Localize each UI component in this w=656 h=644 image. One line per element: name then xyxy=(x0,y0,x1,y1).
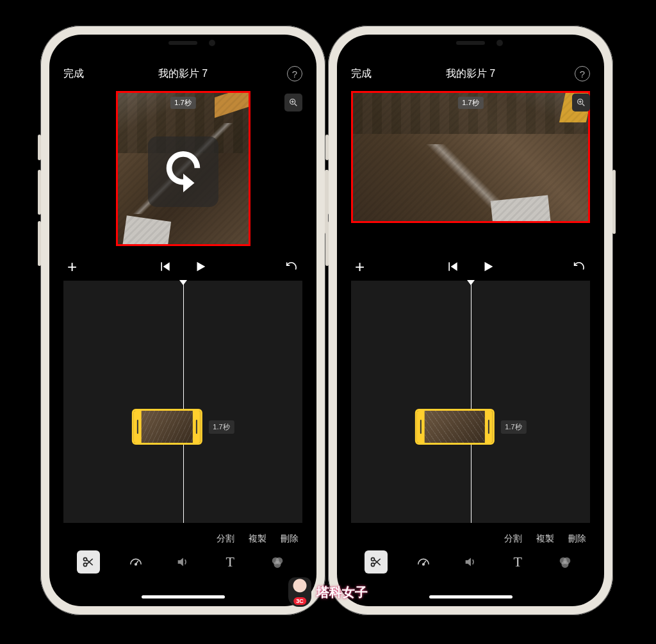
action-split[interactable]: 分割 xyxy=(504,533,522,545)
svg-line-1 xyxy=(295,104,297,106)
tool-text[interactable]: T xyxy=(218,550,242,574)
play-button[interactable] xyxy=(193,260,208,274)
clip-handle-left[interactable] xyxy=(133,411,141,443)
svg-point-6 xyxy=(83,563,86,566)
volume-icon xyxy=(463,555,477,569)
svg-point-19 xyxy=(371,557,374,561)
timeline[interactable]: 1.7秒 xyxy=(63,281,302,523)
preview-area: 1.7秒 xyxy=(63,91,302,249)
notch xyxy=(413,35,529,51)
svg-point-20 xyxy=(371,563,374,566)
help-button[interactable]: ? xyxy=(287,66,302,81)
tool-trim[interactable] xyxy=(365,550,388,574)
skip-back-button[interactable] xyxy=(447,260,459,273)
undo-button[interactable] xyxy=(284,260,299,274)
svg-line-15 xyxy=(582,104,584,106)
project-title: 我的影片 7 xyxy=(446,67,495,81)
tool-volume[interactable] xyxy=(459,550,482,574)
clip-row: 1.7秒 xyxy=(414,409,526,445)
tool-trim[interactable] xyxy=(77,550,100,574)
tool-speed[interactable] xyxy=(124,550,147,574)
action-split[interactable]: 分割 xyxy=(217,533,234,545)
mute-switch[interactable] xyxy=(325,135,329,160)
rotate-cw-icon xyxy=(161,149,206,194)
video-preview-image xyxy=(353,93,588,221)
home-indicator[interactable] xyxy=(142,595,225,599)
volume-down-button[interactable] xyxy=(38,221,41,266)
text-icon: T xyxy=(226,554,234,570)
clip-handle-left[interactable] xyxy=(416,411,424,443)
volume-icon xyxy=(176,555,190,569)
svg-line-8 xyxy=(86,559,92,564)
action-delete[interactable]: 刪除 xyxy=(568,533,586,545)
volume-up-button[interactable] xyxy=(325,170,329,215)
undo-button[interactable] xyxy=(572,260,586,274)
scissors-icon xyxy=(82,556,95,568)
tool-bar: T xyxy=(49,547,316,577)
screen: 完成 我的影片 7 ? 1.7秒 + xyxy=(49,35,316,606)
screen: 完成 我的影片 7 ? 1.7秒 + xyxy=(337,35,604,606)
tool-speed[interactable] xyxy=(412,550,435,574)
zoom-button[interactable] xyxy=(572,94,590,111)
skip-back-button[interactable] xyxy=(159,260,172,273)
zoom-button[interactable] xyxy=(284,94,302,111)
clip-thumbnail xyxy=(141,411,192,443)
speedometer-icon xyxy=(129,555,143,569)
home-indicator[interactable] xyxy=(429,595,512,599)
tool-filters[interactable] xyxy=(266,550,289,574)
nav-bar: 完成 我的影片 7 ? xyxy=(337,62,604,86)
power-button[interactable] xyxy=(612,170,616,234)
duration-badge: 1.7秒 xyxy=(457,97,483,109)
tool-filters[interactable] xyxy=(554,550,577,574)
volume-down-button[interactable] xyxy=(325,221,329,266)
watermark: 塔科女子 xyxy=(288,577,368,607)
filters-icon xyxy=(558,555,572,569)
text-icon: T xyxy=(514,554,522,570)
tool-bar: T xyxy=(337,547,604,577)
done-button[interactable]: 完成 xyxy=(351,67,372,81)
speedometer-icon xyxy=(416,555,430,569)
action-duplicate[interactable]: 複製 xyxy=(536,533,554,545)
notch xyxy=(126,35,241,51)
preview-frame[interactable]: 1.7秒 xyxy=(116,91,250,246)
clip-row: 1.7秒 xyxy=(131,409,234,445)
help-button[interactable]: ? xyxy=(575,66,590,81)
svg-rect-4 xyxy=(161,262,162,270)
svg-line-22 xyxy=(374,559,380,564)
preview-frame[interactable]: 1.7秒 xyxy=(351,91,590,223)
tool-text[interactable]: T xyxy=(506,550,529,574)
phone-frame-left: 完成 我的影片 7 ? 1.7秒 + xyxy=(40,26,325,615)
mute-switch[interactable] xyxy=(38,135,41,160)
timeline[interactable]: 1.7秒 xyxy=(351,281,590,523)
playhead[interactable] xyxy=(471,281,472,523)
clip-handle-right[interactable] xyxy=(484,411,492,443)
svg-point-27 xyxy=(562,561,569,568)
video-clip[interactable] xyxy=(414,409,494,445)
svg-line-7 xyxy=(86,560,92,565)
add-media-button[interactable]: + xyxy=(67,257,77,277)
tool-volume[interactable] xyxy=(171,550,194,574)
action-duplicate[interactable]: 複製 xyxy=(249,533,266,545)
video-clip[interactable] xyxy=(131,409,202,445)
scissors-icon xyxy=(370,556,382,568)
play-button[interactable] xyxy=(481,260,495,274)
svg-point-24 xyxy=(422,563,424,565)
done-button[interactable]: 完成 xyxy=(63,67,84,81)
clip-handle-right[interactable] xyxy=(192,411,200,443)
add-media-button[interactable]: + xyxy=(355,257,365,277)
clip-duration-label: 1.7秒 xyxy=(208,420,234,434)
project-title: 我的影片 7 xyxy=(158,67,208,81)
nav-bar: 完成 我的影片 7 ? xyxy=(49,62,316,86)
phone-frame-right: 完成 我的影片 7 ? 1.7秒 + xyxy=(328,26,613,615)
action-delete[interactable]: 刪除 xyxy=(281,533,299,545)
rotate-overlay xyxy=(148,136,218,207)
volume-up-button[interactable] xyxy=(38,170,41,215)
edit-actions: 分割 複製 刪除 xyxy=(217,533,299,545)
playhead[interactable] xyxy=(183,281,184,523)
watermark-text: 塔科女子 xyxy=(316,584,368,601)
transport-bar: + xyxy=(49,252,316,281)
filters-icon xyxy=(270,555,284,569)
svg-point-5 xyxy=(83,557,86,561)
watermark-avatar xyxy=(288,577,311,607)
duration-badge: 1.7秒 xyxy=(170,97,195,109)
